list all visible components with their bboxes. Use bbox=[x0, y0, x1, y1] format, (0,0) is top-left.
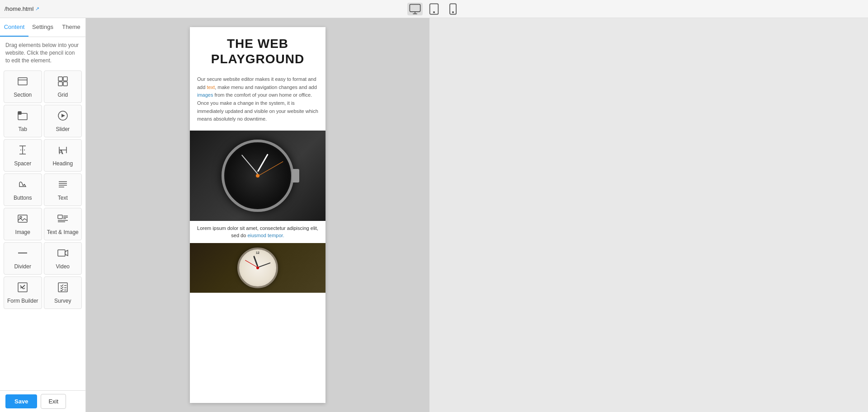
watch-center-dot bbox=[256, 174, 259, 178]
element-slider[interactable]: Slider bbox=[44, 105, 82, 137]
sidebar-tabs: Content Settings Theme bbox=[0, 18, 85, 37]
page-body-text: Our secure website editor makes it easy … bbox=[190, 71, 326, 131]
tablet-view-button[interactable] bbox=[426, 3, 442, 15]
minute-hand-2 bbox=[258, 262, 271, 268]
exit-button[interactable]: Exit bbox=[41, 394, 66, 409]
section-icon bbox=[17, 75, 28, 89]
element-image[interactable]: Image bbox=[4, 208, 42, 240]
svg-rect-0 bbox=[410, 4, 420, 11]
element-section-label: Section bbox=[14, 92, 32, 98]
element-text-label: Text bbox=[58, 195, 68, 201]
hour-hand bbox=[257, 154, 269, 172]
element-video[interactable]: Video bbox=[44, 242, 82, 275]
element-divider[interactable]: Divider bbox=[4, 242, 42, 275]
tab-icon bbox=[17, 110, 28, 123]
slider-icon bbox=[57, 110, 69, 123]
watch-12: 12 bbox=[256, 251, 259, 254]
svg-marker-16 bbox=[61, 114, 65, 117]
svg-rect-31 bbox=[58, 215, 62, 219]
element-image-label: Image bbox=[15, 229, 30, 235]
bottom-bar: Save Exit bbox=[0, 390, 85, 412]
external-link-icon[interactable]: ↗ bbox=[35, 6, 39, 12]
right-empty-area bbox=[429, 18, 868, 412]
form-builder-icon bbox=[17, 281, 28, 295]
svg-rect-10 bbox=[63, 77, 67, 81]
svg-point-6 bbox=[453, 11, 453, 12]
page-canvas: THE WEB PLAYGROUND Our secure website ed… bbox=[190, 27, 326, 403]
element-tab[interactable]: Tab bbox=[4, 105, 42, 137]
svg-point-4 bbox=[434, 11, 434, 12]
image-icon bbox=[17, 213, 28, 226]
element-survey[interactable]: Survey bbox=[44, 276, 82, 309]
image-caption-1: Lorem ipsum dolor sit amet, consectetur … bbox=[190, 221, 326, 243]
element-text-image[interactable]: Text & Image bbox=[44, 208, 82, 240]
watch-center-dot-2 bbox=[256, 267, 259, 269]
svg-rect-14 bbox=[18, 112, 21, 114]
video-icon bbox=[57, 247, 69, 261]
svg-text:A: A bbox=[59, 149, 64, 155]
tab-settings[interactable]: Settings bbox=[28, 18, 57, 37]
element-grid-label: Grid bbox=[57, 92, 68, 98]
svg-rect-9 bbox=[58, 77, 62, 81]
filename-text: /home.html bbox=[5, 5, 33, 12]
watch-image-2: 12 bbox=[190, 243, 326, 293]
element-video-label: Video bbox=[56, 263, 70, 270]
element-slider-label: Slider bbox=[56, 126, 70, 132]
element-text-image-label: Text & Image bbox=[47, 229, 79, 235]
sidebar-hint: Drag elements below into your website. C… bbox=[0, 37, 85, 69]
elements-grid: Section Grid bbox=[0, 69, 85, 311]
watch-image-1 bbox=[190, 131, 326, 221]
device-switcher bbox=[407, 3, 461, 15]
buttons-icon bbox=[17, 178, 28, 192]
text-image-icon bbox=[57, 213, 69, 226]
element-text[interactable]: Text bbox=[44, 173, 82, 206]
element-grid[interactable]: Grid bbox=[44, 70, 82, 103]
svg-rect-12 bbox=[63, 82, 67, 86]
watch-face-1 bbox=[222, 140, 294, 212]
survey-icon bbox=[57, 281, 69, 295]
divider-icon bbox=[17, 247, 28, 261]
elements-scroll-area: Section Grid bbox=[0, 69, 85, 390]
element-survey-label: Survey bbox=[54, 298, 71, 304]
text-icon bbox=[57, 178, 69, 192]
spacer-icon bbox=[17, 144, 28, 158]
element-section[interactable]: Section bbox=[4, 70, 42, 103]
mobile-view-button[interactable] bbox=[445, 3, 461, 15]
page-heading: THE WEB PLAYGROUND bbox=[190, 27, 326, 71]
canvas-area: THE WEB PLAYGROUND Our secure website ed… bbox=[86, 18, 429, 412]
watch-crown bbox=[292, 169, 299, 183]
element-buttons-label: Buttons bbox=[14, 195, 32, 201]
element-spacer-label: Spacer bbox=[14, 160, 31, 167]
watch-face-2: 12 bbox=[237, 248, 278, 288]
element-buttons[interactable]: Buttons bbox=[4, 173, 42, 206]
svg-rect-7 bbox=[18, 78, 27, 85]
element-spacer[interactable]: Spacer bbox=[4, 139, 42, 172]
caption-link-1: eiusmod tempor. bbox=[247, 233, 284, 238]
body-text-content: Our secure website editor makes it easy … bbox=[197, 76, 318, 122]
grid-icon bbox=[57, 75, 69, 89]
element-tab-label: Tab bbox=[19, 126, 27, 132]
element-divider-label: Divider bbox=[14, 263, 31, 270]
desktop-view-button[interactable] bbox=[407, 3, 423, 15]
save-button[interactable]: Save bbox=[5, 394, 37, 408]
filename-display: /home.html ↗ bbox=[5, 5, 39, 12]
element-heading[interactable]: A Heading bbox=[44, 139, 82, 172]
svg-rect-38 bbox=[58, 250, 65, 256]
element-form-builder-label: Form Builder bbox=[7, 298, 38, 304]
tab-content[interactable]: Content bbox=[0, 18, 28, 37]
heading-icon: A bbox=[57, 144, 69, 158]
tab-theme[interactable]: Theme bbox=[57, 18, 85, 37]
sidebar: Content Settings Theme « Drag elements b… bbox=[0, 18, 86, 412]
element-form-builder[interactable]: Form Builder bbox=[4, 276, 42, 309]
main-layout: Content Settings Theme « Drag elements b… bbox=[0, 18, 868, 412]
minute-hand bbox=[241, 154, 258, 174]
element-heading-label: Heading bbox=[52, 160, 73, 167]
svg-rect-11 bbox=[58, 82, 62, 86]
top-bar: /home.html ↗ bbox=[0, 0, 868, 18]
